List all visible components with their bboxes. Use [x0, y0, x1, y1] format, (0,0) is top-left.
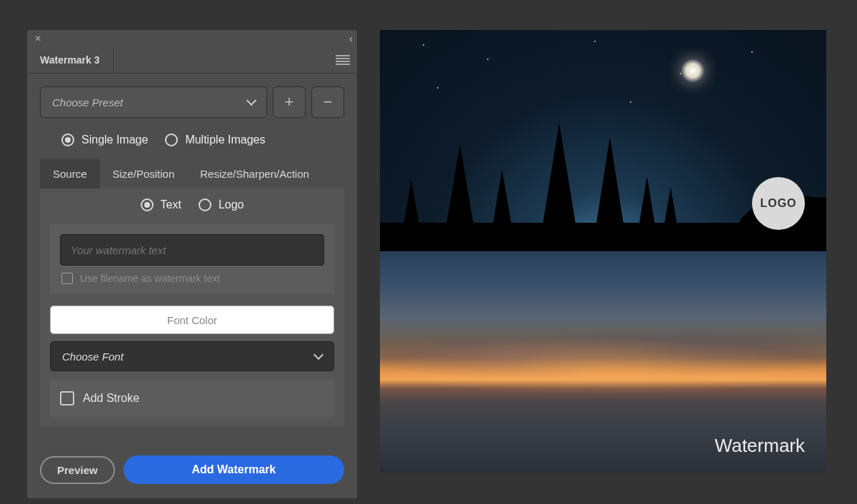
panel-menu-icon[interactable] [336, 55, 350, 65]
watermark-panel: ✕ ‹‹ Watermark 3 Choose Preset + − Singl… [27, 30, 357, 498]
use-filename-label: Use filename as watermark text [80, 273, 220, 284]
choose-font-placeholder: Choose Font [62, 351, 124, 363]
preset-select[interactable]: Choose Preset [40, 86, 267, 118]
add-stroke-label: Add Stroke [83, 392, 139, 405]
radio-icon [199, 198, 211, 211]
preview-area: LOGO Watermark [380, 30, 826, 473]
panel-tab-strip: Watermark 3 [27, 47, 357, 74]
chevron-down-icon [314, 350, 324, 360]
add-watermark-button[interactable]: Add Watermark [124, 455, 344, 484]
font-color-button[interactable]: Font Color [50, 306, 334, 334]
source-pane: Text Logo Use filename as watermark text… [40, 188, 344, 427]
remove-preset-button[interactable]: − [311, 86, 344, 118]
use-filename-checkbox[interactable] [61, 273, 73, 284]
close-icon[interactable]: ✕ [34, 34, 41, 44]
radio-label: Multiple Images [185, 133, 265, 146]
radio-label: Logo [219, 198, 244, 211]
radio-icon [141, 198, 154, 211]
choose-font-select[interactable]: Choose Font [50, 341, 334, 371]
tab-source[interactable]: Source [40, 159, 100, 188]
moon-graphic [681, 59, 705, 83]
watermark-text-input[interactable] [60, 234, 324, 266]
add-stroke-checkbox[interactable] [60, 391, 74, 405]
preset-placeholder: Choose Preset [52, 96, 123, 109]
tab-resize-sharpen[interactable]: Resize/Sharpen/Action [187, 159, 322, 188]
add-preset-button[interactable]: + [273, 86, 306, 118]
collapse-icon[interactable]: ‹‹ [349, 33, 350, 44]
radio-icon [61, 133, 74, 146]
radio-watermark-text[interactable]: Text [141, 198, 181, 211]
section-tabs: Source Size/Position Resize/Sharpen/Acti… [40, 159, 344, 188]
logo-watermark-badge: LOGO [752, 177, 805, 230]
radio-label: Single Image [81, 133, 148, 146]
panel-tab-watermark[interactable]: Watermark 3 [27, 47, 114, 73]
radio-watermark-logo[interactable]: Logo [199, 198, 244, 211]
tab-size-position[interactable]: Size/Position [100, 159, 188, 188]
watermark-sample-text: Watermark [715, 435, 805, 457]
radio-label: Text [161, 198, 181, 211]
panel-titlebar: ✕ ‹‹ [27, 30, 357, 47]
radio-icon [165, 133, 178, 146]
panel-body: Choose Preset + − Single Image Multiple … [27, 74, 357, 441]
preview-image-sunset: Watermark [380, 251, 826, 473]
radio-single-image[interactable]: Single Image [61, 133, 148, 146]
radio-multiple-images[interactable]: Multiple Images [165, 133, 265, 146]
preview-button[interactable]: Preview [40, 456, 115, 484]
preview-image-night: LOGO [380, 30, 826, 251]
chevron-down-icon [246, 96, 256, 106]
